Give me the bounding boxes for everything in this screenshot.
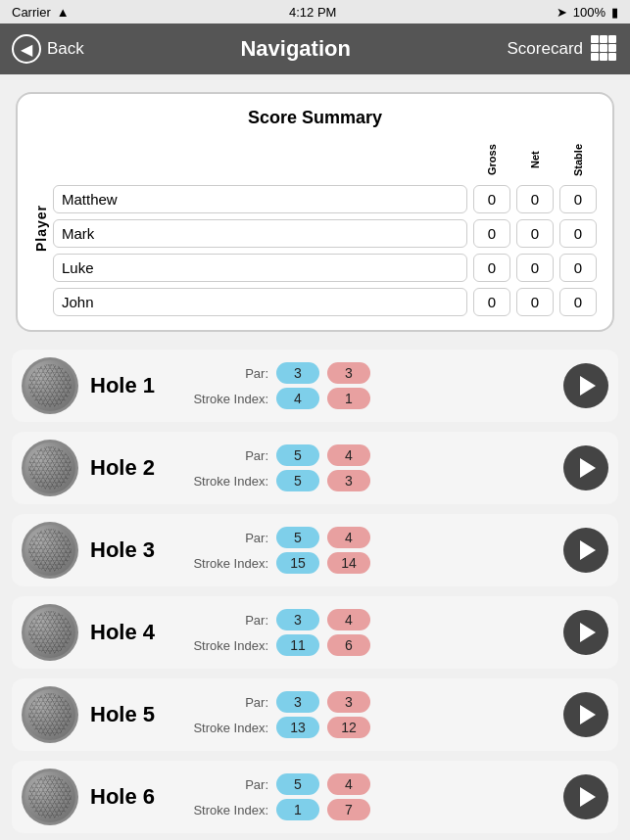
play-button-4[interactable] xyxy=(563,692,608,737)
gross-value-0: 0 xyxy=(473,185,510,213)
hole-stats-4: Par: 3 3 Stroke Index: 13 12 xyxy=(190,691,552,738)
scorecard-label: Scorecard xyxy=(508,39,583,59)
play-triangle-icon xyxy=(580,623,596,642)
hole-si-row-3: Stroke Index: 11 6 xyxy=(190,634,552,656)
status-time: 4:12 PM xyxy=(289,5,336,20)
si-blue-4: 13 xyxy=(276,717,319,738)
col-headers: Gross Net Stable xyxy=(53,140,597,179)
si-blue-3: 11 xyxy=(276,634,319,656)
play-button-3[interactable] xyxy=(563,610,608,655)
back-button[interactable]: ◀ Back xyxy=(12,34,84,64)
player-name-input-0[interactable] xyxy=(53,185,467,213)
si-pink-2: 14 xyxy=(327,552,370,574)
par-blue-5: 5 xyxy=(276,773,319,795)
play-button-2[interactable] xyxy=(563,528,608,573)
si-pink-4: 12 xyxy=(327,717,370,738)
list-item: Hole 4 Par: 3 4 Stroke Index: 11 6 xyxy=(12,596,618,669)
hole-stats-0: Par: 3 3 Stroke Index: 4 1 xyxy=(190,362,552,409)
par-blue-4: 3 xyxy=(276,691,319,713)
par-label-1: Par: xyxy=(190,448,268,463)
golf-ball-icon xyxy=(22,769,78,825)
gross-value-2: 0 xyxy=(473,254,510,282)
hole-par-row-3: Par: 3 4 xyxy=(190,609,552,630)
play-triangle-icon xyxy=(580,540,596,560)
carrier-label: Carrier xyxy=(12,5,51,20)
si-label-3: Stroke Index: xyxy=(190,638,268,653)
hole-name-4: Hole 5 xyxy=(90,702,178,727)
si-pink-0: 1 xyxy=(327,388,370,409)
par-blue-2: 5 xyxy=(276,527,319,548)
table-row: 0 0 0 xyxy=(53,288,597,316)
net-value-0: 0 xyxy=(516,185,554,213)
list-item: Hole 3 Par: 5 4 Stroke Index: 15 14 xyxy=(12,514,618,586)
par-pink-0: 3 xyxy=(327,362,370,384)
player-name-input-3[interactable] xyxy=(53,288,467,316)
nav-bar: ◀ Back Navigation Scorecard xyxy=(0,23,630,74)
hole-stats-5: Par: 5 4 Stroke Index: 1 7 xyxy=(190,773,552,820)
si-blue-0: 4 xyxy=(276,388,319,409)
col-header-net: Net xyxy=(516,140,554,179)
back-label: Back xyxy=(47,39,84,59)
col-header-stable: Stable xyxy=(559,140,597,179)
play-triangle-icon xyxy=(580,458,596,478)
battery-icon: ▮ xyxy=(611,5,618,20)
play-button-5[interactable] xyxy=(563,774,608,819)
scorecard-grid-icon xyxy=(591,35,618,63)
hole-si-row-2: Stroke Index: 15 14 xyxy=(190,552,552,574)
par-blue-0: 3 xyxy=(276,362,319,384)
table-row: 0 0 0 xyxy=(53,219,597,248)
par-pink-4: 3 xyxy=(327,691,370,713)
hole-par-row-5: Par: 5 4 xyxy=(190,773,552,795)
location-icon: ➤ xyxy=(557,5,567,20)
hole-par-row-4: Par: 3 3 xyxy=(190,691,552,713)
par-label-4: Par: xyxy=(190,695,268,710)
play-button-0[interactable] xyxy=(563,363,608,408)
net-value-2: 0 xyxy=(516,254,554,282)
gross-value-3: 0 xyxy=(473,288,510,316)
hole-name-1: Hole 2 xyxy=(90,455,178,481)
si-blue-5: 1 xyxy=(276,799,319,820)
list-item: Hole 6 Par: 5 4 Stroke Index: 1 7 xyxy=(12,761,618,833)
hole-si-row-0: Stroke Index: 4 1 xyxy=(190,388,552,409)
hole-si-row-5: Stroke Index: 1 7 xyxy=(190,799,552,820)
play-triangle-icon xyxy=(580,787,596,807)
si-label-2: Stroke Index: xyxy=(190,556,268,571)
stable-value-0: 0 xyxy=(559,185,597,213)
player-label-wrapper: Player xyxy=(33,140,49,316)
par-label-0: Par: xyxy=(190,366,268,381)
hole-par-row-2: Par: 5 4 xyxy=(190,527,552,548)
wifi-icon: ▲ xyxy=(57,5,70,20)
golf-ball-icon xyxy=(22,686,78,743)
hole-par-row-1: Par: 5 4 xyxy=(190,444,552,466)
player-name-input-2[interactable] xyxy=(53,254,467,282)
status-left: Carrier ▲ xyxy=(12,5,70,20)
si-blue-1: 5 xyxy=(276,470,319,491)
si-pink-1: 3 xyxy=(327,470,370,491)
player-name-input-1[interactable] xyxy=(53,219,467,248)
list-item: Hole 5 Par: 3 3 Stroke Index: 13 12 xyxy=(12,678,618,751)
list-item: Hole 1 Par: 3 3 Stroke Index: 4 1 xyxy=(12,350,618,422)
play-button-1[interactable] xyxy=(563,445,608,490)
table-row: 0 0 0 xyxy=(53,254,597,282)
par-label-3: Par: xyxy=(190,613,268,628)
par-label-5: Par: xyxy=(190,777,268,792)
stable-value-3: 0 xyxy=(559,288,597,316)
stable-value-1: 0 xyxy=(559,219,597,248)
net-value-1: 0 xyxy=(516,219,554,248)
par-pink-3: 4 xyxy=(327,609,370,630)
par-blue-1: 5 xyxy=(276,444,319,466)
nav-title: Navigation xyxy=(240,36,350,62)
par-pink-5: 4 xyxy=(327,773,370,795)
battery-label: 100% xyxy=(573,5,606,20)
golf-ball-icon xyxy=(22,440,78,496)
status-bar: Carrier ▲ 4:12 PM ➤ 100% ▮ xyxy=(0,0,630,23)
stable-value-2: 0 xyxy=(559,254,597,282)
golf-ball-icon xyxy=(22,522,78,579)
golf-ball-icon xyxy=(22,357,78,414)
hole-name-0: Hole 1 xyxy=(90,373,178,398)
hole-stats-1: Par: 5 4 Stroke Index: 5 3 xyxy=(190,444,552,491)
si-label-0: Stroke Index: xyxy=(190,392,268,406)
scorecard-button[interactable]: Scorecard xyxy=(508,35,618,63)
back-icon: ◀ xyxy=(12,34,41,64)
hole-par-row-0: Par: 3 3 xyxy=(190,362,552,384)
